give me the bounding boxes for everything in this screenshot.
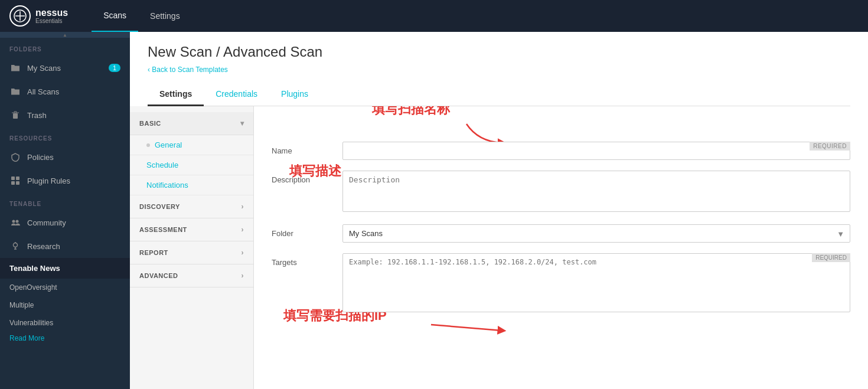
description-label: Description (272, 171, 331, 184)
trash-icon (9, 109, 21, 121)
name-input[interactable] (342, 142, 850, 160)
nav-scans[interactable]: Scans (92, 0, 138, 32)
tabs: Settings Credentials Plugins (148, 83, 850, 106)
sub-item-general[interactable]: General (130, 135, 253, 155)
plugin-rules-icon (9, 175, 21, 187)
sidebar-item-trash[interactable]: Trash (0, 103, 130, 127)
sub-item-notifications[interactable]: Notifications (130, 175, 253, 195)
section-assessment-chevron: › (242, 225, 244, 234)
section-advanced-label: ADVANCED (139, 272, 178, 279)
form-row-description: Description (272, 171, 850, 214)
sidebar-item-my-scans[interactable]: My Scans 1 (0, 56, 130, 80)
folder-label: Folder (272, 224, 331, 238)
section-discovery-chevron: › (242, 202, 244, 211)
community-label: Community (27, 218, 120, 227)
svg-point-10 (14, 243, 18, 247)
section-report-label: REPORT (139, 249, 168, 256)
tab-plugins[interactable]: Plugins (269, 83, 320, 106)
form-row-name: Name REQUIRED (272, 142, 850, 160)
folder-icon (9, 62, 21, 74)
folder-select[interactable]: My Scans All Scans (342, 224, 850, 243)
news-item-3: Vulnerabilities (0, 314, 130, 332)
left-panel: BASIC ▾ General Schedule Notifications D… (130, 106, 254, 389)
my-scans-badge: 1 (109, 64, 120, 72)
nav-links: Scans Settings (92, 0, 192, 32)
section-advanced-chevron: › (242, 272, 244, 280)
svg-point-8 (12, 220, 15, 223)
news-item-2: Multiple (0, 296, 130, 314)
sidebar-item-all-scans[interactable]: All Scans (0, 80, 130, 103)
top-nav: nessus Essentials Scans Settings (0, 0, 868, 32)
targets-input[interactable] (342, 253, 850, 312)
trash-label: Trash (27, 111, 120, 120)
sidebar-item-policies[interactable]: Policies (0, 145, 130, 169)
description-wrap (342, 171, 850, 214)
annotation-fill-name: 填写扫描名称 (372, 106, 450, 118)
sidebar-item-plugin-rules[interactable]: Plugin Rules (0, 169, 130, 192)
resources-label: RESOURCES (0, 127, 130, 145)
content-header: New Scan / Advanced Scan Back to Scan Te… (130, 32, 868, 74)
all-scans-folder-icon (9, 86, 21, 97)
section-basic-chevron: ▾ (240, 119, 244, 128)
right-form: 填写扫描名称 Name REQUIRED 填写描述 (254, 106, 868, 389)
notifications-label: Notifications (146, 181, 188, 189)
name-label: Name (272, 142, 331, 155)
main-layout: FOLDERS My Scans 1 All Scans Trash RESOU… (0, 32, 868, 389)
research-icon (9, 240, 21, 252)
plugin-rules-label: Plugin Rules (27, 176, 120, 185)
content-area: New Scan / Advanced Scan Back to Scan Te… (130, 32, 868, 389)
section-basic-label: BASIC (139, 120, 161, 127)
svg-rect-7 (16, 181, 19, 185)
form-row-folder: Folder My Scans All Scans ▼ (272, 224, 850, 243)
svg-rect-3 (13, 113, 18, 119)
description-input[interactable] (342, 171, 850, 212)
section-basic[interactable]: BASIC ▾ (130, 112, 253, 135)
general-label: General (155, 140, 182, 149)
read-more-link[interactable]: Read More (0, 332, 130, 345)
form-row-targets: Targets REQUIRED (272, 253, 850, 314)
tenable-label: TENABLE (0, 192, 130, 211)
logo-area: nessus Essentials (9, 5, 68, 27)
svg-rect-6 (11, 181, 15, 185)
page-title: New Scan / Advanced Scan (148, 44, 850, 60)
section-discovery[interactable]: DISCOVERY › (130, 195, 253, 218)
logo-icon (9, 5, 31, 27)
policies-icon (9, 151, 21, 163)
sidebar-scroll-top (0, 32, 130, 38)
svg-rect-4 (11, 176, 15, 180)
folders-label: FOLDERS (0, 38, 130, 56)
name-required: REQUIRED (810, 142, 850, 151)
policies-label: Policies (27, 153, 120, 162)
section-assessment[interactable]: ASSESSMENT › (130, 218, 253, 241)
sidebar: FOLDERS My Scans 1 All Scans Trash RESOU… (0, 32, 130, 389)
svg-rect-5 (16, 176, 19, 180)
nav-settings[interactable]: Settings (138, 0, 192, 32)
targets-label: Targets (272, 253, 331, 267)
section-assessment-label: ASSESSMENT (139, 226, 187, 233)
folder-select-wrap: My Scans All Scans ▼ (342, 224, 850, 243)
tab-credentials[interactable]: Credentials (204, 83, 269, 106)
targets-wrap: REQUIRED (342, 253, 850, 314)
section-report-chevron: › (242, 249, 244, 257)
svg-point-9 (16, 220, 19, 223)
sidebar-item-research[interactable]: Research (0, 234, 130, 258)
section-report[interactable]: REPORT › (130, 241, 253, 264)
tenable-news-label: Tenable News (9, 264, 60, 273)
breadcrumb-link[interactable]: Back to Scan Templates (148, 66, 228, 74)
section-discovery-label: DISCOVERY (139, 203, 180, 210)
news-item-1: OpenOversight (0, 279, 130, 296)
tab-settings[interactable]: Settings (148, 83, 204, 106)
sidebar-item-community[interactable]: Community (0, 211, 130, 234)
community-icon (9, 217, 21, 228)
targets-required: REQUIRED (812, 253, 850, 262)
name-input-wrap: REQUIRED (342, 142, 850, 160)
logo-text: nessus Essentials (35, 8, 68, 25)
section-advanced[interactable]: ADVANCED › (130, 264, 253, 287)
my-scans-label: My Scans (27, 64, 109, 73)
all-scans-label: All Scans (27, 87, 120, 96)
arrow-targets (283, 307, 520, 354)
sub-item-schedule[interactable]: Schedule (130, 155, 253, 175)
general-dot (146, 143, 150, 147)
schedule-label: Schedule (146, 161, 178, 169)
sidebar-item-tenable-news[interactable]: Tenable News (0, 258, 130, 279)
